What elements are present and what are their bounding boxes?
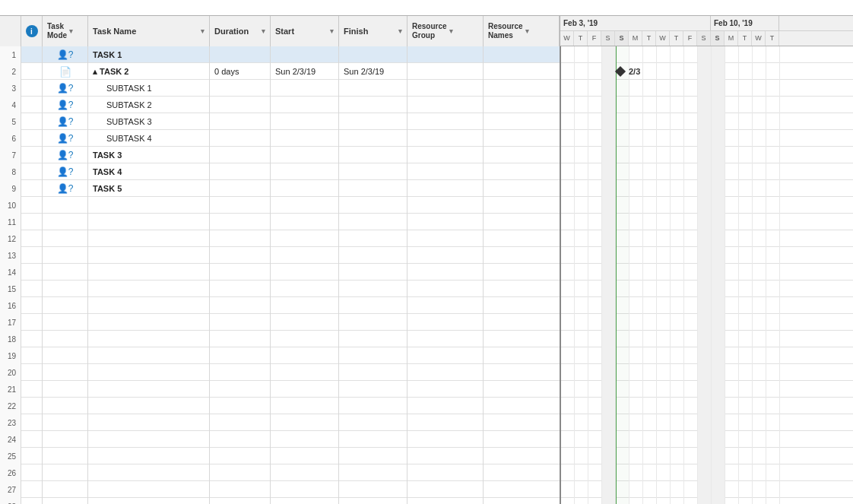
finish-cell[interactable] bbox=[339, 398, 407, 414]
duration-cell[interactable] bbox=[210, 347, 271, 364]
finish-cell[interactable] bbox=[339, 130, 407, 147]
finish-cell[interactable] bbox=[339, 80, 407, 97]
finish-cell[interactable] bbox=[339, 381, 407, 398]
resource-names-cell[interactable] bbox=[484, 147, 560, 163]
start-cell[interactable] bbox=[271, 331, 339, 347]
table-row[interactable]: 8👤?TASK 4 bbox=[0, 163, 560, 180]
col-header-resource-group[interactable]: Resource Group ▾ bbox=[407, 16, 484, 46]
resource-group-cell[interactable] bbox=[407, 147, 484, 163]
task-name-cell[interactable] bbox=[88, 381, 210, 398]
resource-names-cell[interactable] bbox=[484, 498, 560, 504]
resource-group-cell[interactable] bbox=[407, 297, 484, 314]
duration-cell[interactable] bbox=[210, 481, 271, 498]
resource-names-cell[interactable] bbox=[484, 130, 560, 147]
duration-cell[interactable] bbox=[210, 46, 271, 63]
start-cell[interactable] bbox=[271, 398, 339, 414]
resource-names-cell[interactable] bbox=[484, 163, 560, 180]
table-row[interactable]: 1👤?TASK 1 bbox=[0, 46, 560, 63]
task-name-cell[interactable] bbox=[88, 398, 210, 414]
task-name-cell[interactable] bbox=[88, 297, 210, 314]
resource-group-cell[interactable] bbox=[407, 347, 484, 364]
task-name-cell[interactable]: TASK 5 bbox=[88, 180, 210, 197]
resource-names-cell[interactable] bbox=[484, 347, 560, 364]
duration-cell[interactable] bbox=[210, 314, 271, 331]
table-row[interactable]: 24 bbox=[0, 431, 560, 448]
resource-group-cell[interactable] bbox=[407, 414, 484, 431]
resource-names-cell[interactable] bbox=[484, 431, 560, 448]
task-name-cell[interactable]: TASK 3 bbox=[88, 147, 210, 163]
duration-cell[interactable] bbox=[210, 464, 271, 481]
finish-cell[interactable] bbox=[339, 414, 407, 431]
resource-names-cell[interactable] bbox=[484, 414, 560, 431]
resource-group-cell[interactable] bbox=[407, 331, 484, 347]
finish-cell[interactable] bbox=[339, 297, 407, 314]
resource-group-cell[interactable] bbox=[407, 163, 484, 180]
resource-group-cell[interactable] bbox=[407, 381, 484, 398]
resource-names-cell[interactable] bbox=[484, 230, 560, 247]
resource-names-cell[interactable] bbox=[484, 197, 560, 214]
table-row[interactable]: 28 bbox=[0, 498, 560, 504]
resource-names-cell[interactable] bbox=[484, 381, 560, 398]
finish-cell[interactable] bbox=[339, 481, 407, 498]
resource-names-cell[interactable] bbox=[484, 46, 560, 63]
finish-cell[interactable] bbox=[339, 113, 407, 130]
col-header-task-name[interactable]: Task Name ▾ bbox=[88, 16, 210, 46]
resource-names-cell[interactable] bbox=[484, 80, 560, 97]
table-row[interactable]: 23 bbox=[0, 414, 560, 431]
finish-cell[interactable] bbox=[339, 314, 407, 331]
table-row[interactable]: 20 bbox=[0, 364, 560, 381]
duration-cell[interactable] bbox=[210, 197, 271, 214]
table-row[interactable]: 11 bbox=[0, 214, 560, 230]
start-cell[interactable] bbox=[271, 347, 339, 364]
start-cell[interactable]: Sun 2/3/19 bbox=[271, 63, 339, 80]
resource-group-cell[interactable] bbox=[407, 281, 484, 297]
table-row[interactable]: 27 bbox=[0, 481, 560, 498]
start-cell[interactable] bbox=[271, 197, 339, 214]
start-cell[interactable] bbox=[271, 381, 339, 398]
table-row[interactable]: 6👤?SUBTASK 4 bbox=[0, 130, 560, 147]
duration-cell[interactable] bbox=[210, 414, 271, 431]
duration-cell[interactable] bbox=[210, 331, 271, 347]
col-header-duration[interactable]: Duration ▾ bbox=[210, 16, 271, 46]
finish-cell[interactable] bbox=[339, 247, 407, 264]
start-cell[interactable] bbox=[271, 97, 339, 113]
start-cell[interactable] bbox=[271, 147, 339, 163]
finish-cell[interactable] bbox=[339, 230, 407, 247]
start-cell[interactable] bbox=[271, 163, 339, 180]
duration-cell[interactable] bbox=[210, 147, 271, 163]
task-name-cell[interactable] bbox=[88, 314, 210, 331]
start-cell[interactable] bbox=[271, 498, 339, 504]
table-row[interactable]: 22 bbox=[0, 398, 560, 414]
resource-names-cell[interactable] bbox=[484, 63, 560, 80]
task-name-cell[interactable] bbox=[88, 364, 210, 381]
finish-cell[interactable] bbox=[339, 347, 407, 364]
table-row[interactable]: 21 bbox=[0, 381, 560, 398]
duration-cell[interactable]: 0 days bbox=[210, 63, 271, 80]
col-header-resource-names[interactable]: Resource Names ▾ bbox=[484, 16, 560, 46]
finish-cell[interactable] bbox=[339, 147, 407, 163]
task-name-cell[interactable] bbox=[88, 264, 210, 281]
duration-cell[interactable] bbox=[210, 163, 271, 180]
finish-cell[interactable] bbox=[339, 197, 407, 214]
start-cell[interactable] bbox=[271, 214, 339, 230]
table-row[interactable]: 2📄▴ TASK 20 daysSun 2/3/19Sun 2/3/19 bbox=[0, 63, 560, 80]
table-row[interactable]: 25 bbox=[0, 448, 560, 464]
resource-names-cell[interactable] bbox=[484, 314, 560, 331]
start-cell[interactable] bbox=[271, 230, 339, 247]
duration-cell[interactable] bbox=[210, 281, 271, 297]
duration-cell[interactable] bbox=[210, 230, 271, 247]
resource-names-cell[interactable] bbox=[484, 297, 560, 314]
finish-cell[interactable] bbox=[339, 264, 407, 281]
col-header-task-mode[interactable]: Task Mode ▾ bbox=[43, 16, 88, 46]
table-row[interactable]: 9👤?TASK 5 bbox=[0, 180, 560, 197]
resource-names-cell[interactable] bbox=[484, 214, 560, 230]
task-name-cell[interactable] bbox=[88, 498, 210, 504]
table-row[interactable]: 5👤?SUBTASK 3 bbox=[0, 113, 560, 130]
task-name-cell[interactable]: ▴ TASK 2 bbox=[88, 63, 210, 80]
duration-cell[interactable] bbox=[210, 264, 271, 281]
resource-group-cell[interactable] bbox=[407, 113, 484, 130]
start-cell[interactable] bbox=[271, 364, 339, 381]
start-cell[interactable] bbox=[271, 481, 339, 498]
finish-cell[interactable] bbox=[339, 180, 407, 197]
finish-cell[interactable] bbox=[339, 214, 407, 230]
